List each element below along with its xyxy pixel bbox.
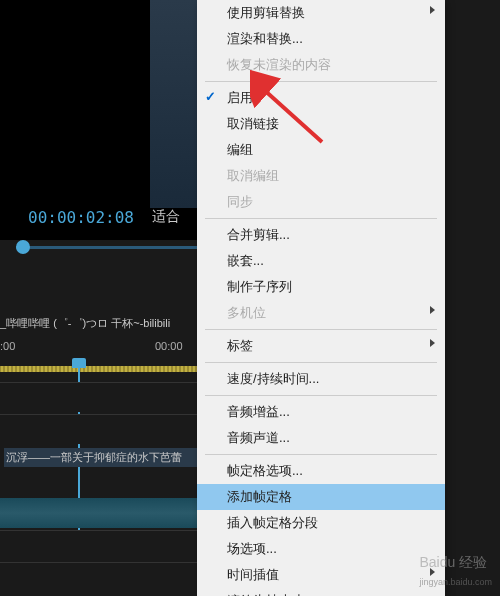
menu-item-label: 编组 [227, 142, 253, 157]
submenu-arrow-icon [430, 339, 435, 347]
menu-item-label: 音频增益... [227, 404, 290, 419]
video-preview-area [0, 0, 200, 240]
menu-item-label: 多机位 [227, 305, 266, 320]
menu-item[interactable]: 添加帧定格 [197, 484, 445, 510]
menu-separator [205, 218, 437, 219]
menu-item-label: 使用剪辑替换 [227, 5, 305, 20]
menu-item-label: 恢复未渲染的内容 [227, 57, 331, 72]
menu-item: 多机位 [197, 300, 445, 326]
video-clip[interactable]: 沉浮——一部关于抑郁症的水下芭蕾 [4, 448, 200, 467]
menu-separator [205, 81, 437, 82]
menu-separator [205, 395, 437, 396]
menu-item-label: 标签 [227, 338, 253, 353]
menu-item[interactable]: 取消链接 [197, 111, 445, 137]
menu-item-label: 嵌套... [227, 253, 264, 268]
submenu-arrow-icon [430, 306, 435, 314]
fit-label[interactable]: 适合 [152, 208, 180, 226]
checkmark-icon: ✓ [205, 89, 216, 104]
time-tick: :00 [0, 340, 15, 352]
menu-item-label: 启用 [227, 90, 253, 105]
menu-item[interactable]: 编组 [197, 137, 445, 163]
audio-track-empty[interactable] [0, 562, 200, 592]
menu-item-label: 场选项... [227, 541, 277, 556]
menu-item[interactable]: 渲染和替换... [197, 26, 445, 52]
menu-item-label: 音频声道... [227, 430, 290, 445]
audio-track-empty[interactable] [0, 530, 200, 560]
timecode-display[interactable]: 00:00:02:08 [28, 208, 134, 227]
sequence-title: _哔哩哔哩 (゜-゜)つロ 干杯~-bilibili [0, 316, 200, 331]
menu-item[interactable]: 场选项... [197, 536, 445, 562]
menu-item-label: 渲染和替换... [227, 31, 303, 46]
time-tick: 00:00 [155, 340, 183, 352]
menu-item-label: 插入帧定格分段 [227, 515, 318, 530]
context-menu: 使用剪辑替换渲染和替换...恢复未渲染的内容✓启用取消链接编组取消编组同步合并剪… [197, 0, 445, 596]
menu-item[interactable]: 使用剪辑替换 [197, 0, 445, 26]
menu-item[interactable]: ✓启用 [197, 85, 445, 111]
menu-item: 恢复未渲染的内容 [197, 52, 445, 78]
menu-item[interactable]: 插入帧定格分段 [197, 510, 445, 536]
menu-separator [205, 454, 437, 455]
menu-item-label: 速度/持续时间... [227, 371, 319, 386]
menu-item-label: 取消编组 [227, 168, 279, 183]
video-track-empty[interactable] [0, 382, 200, 412]
menu-item-label: 制作子序列 [227, 279, 292, 294]
menu-item[interactable]: 标签 [197, 333, 445, 359]
menu-item[interactable]: 速度/持续时间... [197, 366, 445, 392]
menu-item-label: 时间插值 [227, 567, 279, 582]
menu-item[interactable]: 制作子序列 [197, 274, 445, 300]
menu-item-label: 帧定格选项... [227, 463, 303, 478]
menu-item[interactable]: 音频声道... [197, 425, 445, 451]
menu-item[interactable]: 时间插值 [197, 562, 445, 588]
menu-item[interactable]: 音频增益... [197, 399, 445, 425]
menu-separator [205, 329, 437, 330]
video-frame [150, 0, 200, 208]
menu-item: 取消编组 [197, 163, 445, 189]
submenu-arrow-icon [430, 6, 435, 14]
menu-item[interactable]: 合并剪辑... [197, 222, 445, 248]
menu-separator [205, 362, 437, 363]
menu-item-label: 取消链接 [227, 116, 279, 131]
menu-item[interactable]: 缩放为帧大小 [197, 588, 445, 596]
menu-item[interactable]: 帧定格选项... [197, 458, 445, 484]
menu-item-label: 添加帧定格 [227, 489, 292, 504]
timeline-zoom-bar[interactable] [0, 366, 200, 372]
menu-item-label: 合并剪辑... [227, 227, 290, 242]
audio-track[interactable] [0, 498, 200, 528]
menu-item: 同步 [197, 189, 445, 215]
ruler-handle[interactable] [16, 240, 30, 254]
watermark: Baidu 经验 jingyan.baidu.com [419, 554, 492, 588]
menu-item[interactable]: 嵌套... [197, 248, 445, 274]
zoom-ruler[interactable] [16, 238, 200, 258]
menu-item-label: 同步 [227, 194, 253, 209]
video-track-empty[interactable] [0, 414, 200, 444]
